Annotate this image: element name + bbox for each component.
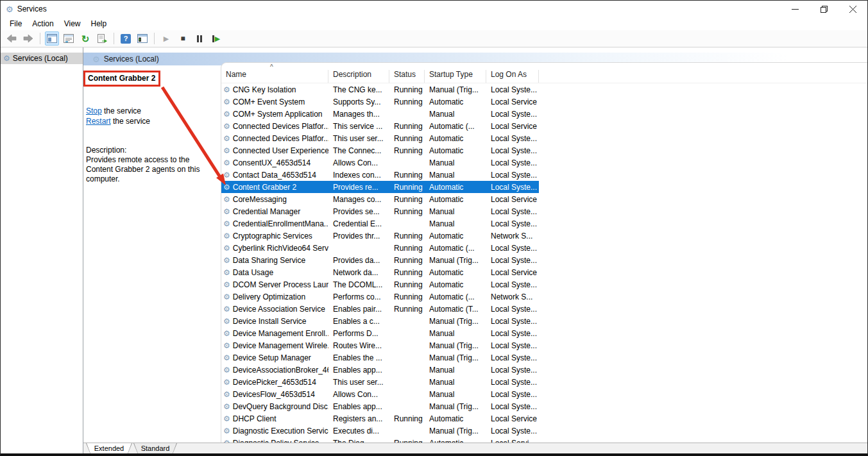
service-cell: Local Syste... [486, 378, 539, 387]
service-row[interactable]: ⚙COM+ Event SystemSupports Sy...RunningA… [221, 96, 539, 108]
service-cell: Automatic [425, 183, 486, 192]
service-gear-icon: ⚙ [223, 207, 230, 216]
service-row[interactable]: ⚙Device Management Wirele...Routes Wire.… [221, 339, 539, 351]
panel-gear-icon: ⚙ [92, 55, 100, 64]
service-row[interactable]: ⚙CoreMessagingManages co...RunningAutoma… [221, 193, 539, 205]
back-button[interactable] [4, 31, 19, 46]
service-row[interactable]: ⚙Device Install ServiceEnables a c...Man… [221, 315, 539, 327]
service-row[interactable]: ⚙Connected Devices Platfor...This servic… [221, 120, 539, 132]
service-cell: Running [389, 122, 425, 131]
menu-file[interactable]: File [4, 18, 27, 30]
stop-service-line: Stop the service [86, 106, 141, 115]
back-arrow-icon [6, 34, 17, 43]
service-row[interactable]: ⚙Data Sharing ServiceProvides da...Runni… [221, 254, 539, 266]
column-header-description[interactable]: Description [328, 70, 389, 83]
service-row[interactable]: ⚙DeviceAssociationBroker_46...Enables ap… [221, 364, 539, 376]
service-row[interactable]: ⚙Credential ManagerProvides se...Running… [221, 205, 539, 217]
service-gear-icon: ⚙ [223, 183, 230, 192]
service-row[interactable]: ⚙Cyberlink RichVideo64 Servi...RunningAu… [221, 242, 539, 254]
show-action-pane-button[interactable] [135, 31, 149, 46]
menu-help[interactable]: Help [86, 18, 112, 30]
tree-item-services-local[interactable]: ⚙ Services (Local) [1, 53, 83, 64]
service-cell: Running [389, 305, 425, 314]
service-cell: Running [389, 134, 425, 143]
menu-view[interactable]: View [59, 18, 86, 30]
stop-service-link[interactable]: Stop [86, 106, 102, 115]
service-row[interactable]: ⚙Connected User Experience...The Connec.… [221, 144, 539, 156]
restart-service-text: the service [111, 117, 150, 126]
column-header-startup-type[interactable]: Startup Type [425, 70, 486, 83]
service-cell: Local Syste... [486, 158, 539, 167]
selected-service-title: Content Grabber 2 [83, 71, 160, 87]
sort-ascending-icon: ^ [270, 63, 273, 71]
menu-action[interactable]: Action [27, 18, 58, 30]
service-row[interactable]: ⚙Cryptographic ServicesProvides thr...Ru… [221, 230, 539, 242]
properties-button[interactable] [62, 31, 76, 46]
service-row[interactable]: ⚙Content Grabber 2Provides re...RunningA… [221, 181, 539, 193]
service-cell: Provides se... [328, 207, 389, 216]
service-row[interactable]: ⚙Connected Devices Platfor...This user s… [221, 132, 539, 144]
service-row[interactable]: ⚙Delivery OptimizationPerforms co...Runn… [221, 291, 539, 303]
service-gear-icon: ⚙ [223, 256, 230, 265]
service-cell: Automatic [425, 268, 486, 277]
service-cell: Automatic (... [425, 244, 486, 253]
refresh-button[interactable]: ↻ [78, 31, 92, 46]
service-name: DevicePicker_4653d514 [233, 378, 316, 387]
service-cell: Indexes con... [328, 171, 389, 180]
stop-service-button[interactable]: ■ [176, 31, 190, 46]
service-gear-icon: ⚙ [223, 158, 230, 167]
service-row[interactable]: ⚙Data UsageNetwork da...RunningAutomatic… [221, 266, 539, 278]
close-icon [849, 6, 856, 13]
service-cell: Provides thr... [328, 232, 389, 241]
service-row[interactable]: ⚙DevicesFlow_4653d514Allows Con...Manual… [221, 388, 539, 400]
restart-service-line: Restart the service [86, 117, 150, 126]
pause-service-button[interactable] [192, 31, 207, 46]
service-cell: The CNG ke... [328, 85, 389, 94]
restart-service-link[interactable]: Restart [86, 117, 111, 126]
service-row[interactable]: ⚙Device Management Enroll...Performs D..… [221, 327, 539, 339]
service-row[interactable]: ⚙Device Association ServiceEnables pair.… [221, 303, 539, 315]
tab-standard[interactable]: Standard [133, 443, 177, 454]
service-gear-icon: ⚙ [223, 195, 230, 204]
service-cell: Local Syste... [486, 256, 539, 265]
service-row[interactable]: ⚙Device Setup ManagerEnables the ...Manu… [221, 351, 539, 364]
service-row[interactable]: ⚙ConsentUX_4653d514Allows Con...ManualLo… [221, 156, 539, 169]
service-row[interactable]: ⚙Diagnostic Policy ServiceThe Diag...Run… [221, 437, 539, 443]
close-button[interactable] [838, 1, 867, 17]
service-gear-icon: ⚙ [223, 232, 230, 241]
service-cell: Automatic [425, 280, 486, 289]
service-row[interactable]: ⚙COM+ System ApplicationManages th...Man… [221, 108, 539, 120]
service-row[interactable]: ⚙CredentialEnrollmentMana...Credential E… [221, 217, 539, 230]
show-console-tree-button[interactable] [45, 31, 59, 46]
service-name: CoreMessaging [233, 195, 287, 204]
pause-icon [197, 35, 202, 42]
service-row[interactable]: ⚙DCOM Server Process Laun...The DCOML...… [221, 278, 539, 291]
column-header-status[interactable]: Status [389, 70, 425, 83]
start-service-button[interactable]: ▶ [159, 31, 173, 46]
restart-service-button[interactable]: ▶ [209, 31, 223, 46]
service-cell: Local Syste... [486, 244, 539, 253]
service-row[interactable]: ⚙DevicePicker_4653d514This user ser...Ma… [221, 376, 539, 388]
service-cell: Local Syste... [486, 353, 539, 362]
tab-extended[interactable]: Extended [86, 443, 132, 454]
service-row[interactable]: ⚙Contact Data_4653d514Indexes con...Runn… [221, 169, 539, 181]
service-row[interactable]: ⚙Diagnostic Execution ServiceExecutes di… [221, 425, 539, 437]
help-button[interactable]: ? [119, 31, 133, 46]
services-pane: ⚙ Services (Local) Content Grabber 2 Sto… [83, 47, 867, 453]
column-header-log-on-as[interactable]: Log On As [486, 70, 539, 83]
restore-button[interactable] [810, 1, 838, 17]
minimize-button[interactable] [781, 1, 810, 17]
service-cell: Network S... [486, 292, 539, 301]
column-header-name[interactable]: Name [221, 70, 328, 83]
service-cell: Manual [425, 110, 486, 119]
service-row[interactable]: ⚙DevQuery Background Disc...Enables app.… [221, 400, 539, 412]
service-row[interactable]: ⚙CNG Key IsolationThe CNG ke...RunningMa… [221, 83, 539, 96]
toolbar-separator [154, 33, 155, 44]
service-cell: Local Service [486, 195, 539, 204]
export-list-button[interactable] [95, 31, 109, 46]
forward-button[interactable] [21, 31, 35, 46]
service-cell: Automatic [425, 232, 486, 241]
service-cell: Local Syste... [486, 317, 539, 326]
service-row[interactable]: ⚙DHCP ClientRegisters an...RunningAutoma… [221, 412, 539, 425]
service-cell: Local Syste... [486, 85, 539, 94]
